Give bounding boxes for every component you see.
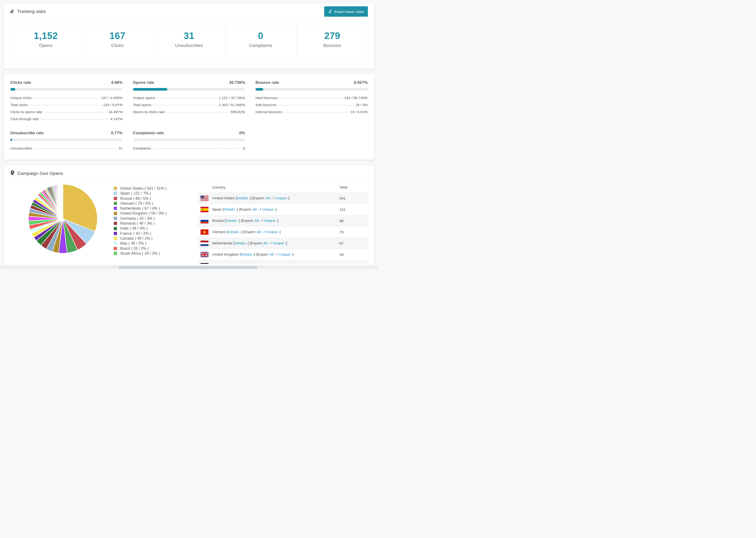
- legend-swatch: [114, 212, 117, 215]
- page-title: Tracking stats: [17, 9, 46, 14]
- export-unique-link[interactable]: Unique ›: [272, 241, 286, 245]
- dotted-leader: [284, 112, 349, 112]
- rate-line-value: 14.497%: [108, 110, 123, 114]
- legend-label: France ( 42 / 2% ): [120, 231, 151, 236]
- rate-head: Opens rate30.736%: [133, 80, 245, 85]
- rate-line-label: Clicks to opens rate: [10, 110, 42, 114]
- bracket: ] [: [239, 219, 242, 223]
- rate-line-soft-bounces: Soft bounces18 / 0%: [255, 103, 368, 107]
- legend-swatch: [114, 227, 117, 230]
- export-basic-stats-button[interactable]: Export basic stats: [324, 6, 368, 17]
- rates-card: Clicks rate4.46%Unique clicks167 / 4.456…: [4, 74, 374, 160]
- rate-line-value: 220 / 5.87%: [103, 103, 123, 107]
- export-prefix: Export:: [253, 196, 266, 200]
- geo-card-title: Campaign Geo Opens: [10, 170, 63, 177]
- geo-legend: United States ( 541 / 31% )Spain ( 121 /…: [114, 186, 184, 264]
- rate-line-label: Click through rate: [10, 117, 39, 121]
- legend-swatch: [114, 191, 117, 195]
- bracket: ] [: [248, 241, 251, 245]
- country-name: United States: [212, 196, 235, 200]
- pie-slice: [63, 184, 63, 219]
- rate-line-value: 689.82%: [231, 110, 245, 114]
- stat-label: Bounces: [297, 43, 368, 48]
- table-row-vietnam: Vietnam [Details ›] [Export: All › / Uni…: [198, 227, 368, 238]
- export-all-link[interactable]: All ›: [254, 219, 261, 223]
- export-unique-link[interactable]: Unique ›: [266, 230, 280, 234]
- page: Tracking stats Export basic stats 1,152O…: [0, 0, 378, 268]
- rate-line-label: Internal bounces: [255, 110, 282, 114]
- country-name: Russia: [212, 219, 224, 223]
- dotted-leader: [280, 98, 343, 98]
- export-all-link[interactable]: All ›: [257, 230, 263, 234]
- progress-bar: [133, 138, 245, 141]
- total-value: 121: [340, 204, 368, 215]
- legend-label: Italy ( 36 / 2% ): [120, 241, 146, 246]
- export-all-link[interactable]: All ›: [253, 207, 259, 211]
- horizontal-scrollbar-track[interactable]: [0, 265, 378, 269]
- stat-cell-bounces: 279Bounces: [297, 25, 368, 58]
- details-link[interactable]: Details ›: [226, 219, 239, 223]
- export-all-link[interactable]: All ›: [266, 196, 272, 200]
- export-unique-link[interactable]: Unique ›: [279, 252, 293, 256]
- rate-title: Bounce rate: [255, 80, 279, 85]
- bracket: ] [: [241, 230, 244, 234]
- rate-line-label: Unique opens: [133, 96, 155, 100]
- legend-swatch: [114, 252, 117, 255]
- rate-line-label: Opens to clicks rate: [133, 110, 165, 114]
- progress-bar-fill: [255, 88, 263, 91]
- legend-swatch: [114, 247, 117, 250]
- geo-pie-chart: [28, 184, 98, 254]
- geo-content: United States ( 541 / 31% )Spain ( 121 /…: [4, 182, 374, 264]
- legend-item-germany: Germany ( 55 / 3% ): [114, 216, 184, 221]
- rate-rows: Hard bounces242 / 86.738%Soft bounces18 …: [255, 96, 368, 114]
- stat-cell-clicks: 167Clicks: [82, 25, 153, 58]
- stat-value: 167: [82, 30, 153, 41]
- total-value: 86: [340, 215, 368, 227]
- total-value: [340, 260, 368, 264]
- export-all-link[interactable]: All ›: [263, 241, 270, 245]
- legend-item-spain: Spain ( 121 / 7% ): [114, 191, 184, 196]
- details-link[interactable]: Details ›: [237, 196, 250, 200]
- rate-line-label: Complaints: [133, 146, 151, 150]
- separator: /: [272, 196, 275, 200]
- details-link[interactable]: Details ›: [234, 241, 248, 245]
- table-row-netherlands: Netherlands [Details ›] [Export: All › /…: [198, 238, 368, 249]
- separator: /: [259, 207, 262, 211]
- horizontal-scrollbar-thumb[interactable]: [119, 266, 257, 269]
- progress-bar-fill: [133, 88, 167, 91]
- legend-label: Germany ( 55 / 3% ): [120, 216, 155, 221]
- rate-value: 4.46%: [111, 80, 123, 85]
- rate-line-value: 0: [243, 146, 245, 150]
- legend-label: United Kingdom ( 59 / 3% ): [120, 211, 166, 216]
- flag-gb-icon: [200, 252, 208, 257]
- export-unique-link[interactable]: Unique ›: [262, 207, 276, 211]
- details-link[interactable]: Details ›: [228, 230, 242, 234]
- stat-cell-opens: 1,152Opens: [10, 25, 82, 58]
- export-button-label: Export basic stats: [334, 10, 364, 14]
- dotted-leader: [153, 148, 242, 149]
- rate-head: Bounce rate6.927%: [255, 80, 368, 85]
- legend-item-united-kingdom: United Kingdom ( 59 / 3% ): [114, 211, 184, 216]
- rate-line-label: Unique clicks: [10, 96, 32, 100]
- details-link[interactable]: Details ›: [224, 207, 237, 211]
- tracking-card-header: Tracking stats Export basic stats: [4, 3, 374, 20]
- export-all-link[interactable]: All ›: [270, 252, 276, 256]
- country-name: United Kingdom: [212, 252, 239, 256]
- rate-title: Complaints rate: [133, 131, 164, 135]
- rate-head: Complaints rate0%: [133, 131, 245, 135]
- legend-swatch: [114, 202, 117, 205]
- export-unique-link[interactable]: Unique ›: [264, 219, 278, 223]
- details-link[interactable]: Details ›: [241, 252, 254, 256]
- map-pin-icon: [10, 170, 15, 177]
- legend-item-vietnam: Vietnam ( 79 / 5% ): [114, 201, 184, 206]
- export-unique-link[interactable]: Unique ›: [275, 196, 289, 200]
- progress-bar: [133, 88, 245, 91]
- bracket: ]: [276, 207, 277, 211]
- progress-bar-fill: [10, 138, 12, 141]
- rate-line-label: Total opens: [133, 103, 151, 107]
- separator: /: [263, 230, 266, 234]
- legend-label: India ( 46 / 3% ): [120, 226, 147, 231]
- dotted-leader: [40, 119, 109, 120]
- rate-line-value: 1,152 / 30.736%: [219, 96, 245, 100]
- total-value: 541: [340, 193, 368, 204]
